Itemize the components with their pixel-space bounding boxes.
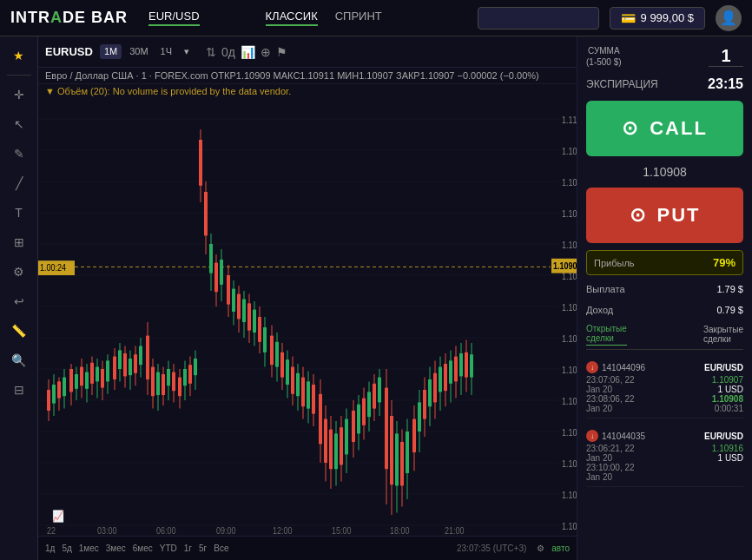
svg-rect-89 — [194, 359, 197, 375]
tools-icon[interactable]: ⚙ — [7, 260, 31, 284]
svg-rect-179 — [439, 367, 442, 392]
svg-rect-79 — [167, 369, 170, 385]
svg-rect-189 — [465, 352, 468, 378]
svg-rect-83 — [178, 378, 181, 397]
pair-label[interactable]: EUR/USD — [148, 10, 200, 26]
crosshair-icon[interactable]: ✛ — [7, 82, 31, 107]
tf-5d[interactable]: 5д — [62, 544, 71, 553]
add-indicator-icon[interactable]: ⊕ — [261, 45, 271, 59]
svg-rect-133 — [312, 385, 315, 414]
svg-rect-97 — [214, 263, 218, 293]
svg-rect-107 — [242, 300, 246, 322]
text-icon[interactable]: T — [7, 201, 31, 225]
settings-icon[interactable]: ⚙ — [537, 544, 544, 553]
svg-rect-95 — [209, 244, 213, 273]
svg-rect-185 — [454, 357, 458, 382]
svg-rect-165 — [400, 442, 404, 485]
back-icon[interactable]: ↩ — [7, 289, 31, 313]
payout-value: 1.79 $ — [716, 284, 743, 294]
fib-icon[interactable]: ⊞ — [7, 230, 31, 254]
balance-area: 💳 9 999,00 $ 👤 — [478, 5, 742, 31]
svg-rect-59 — [113, 357, 116, 379]
chart-area: EURUSD 1M 30M 1Ч ▾ ⇅ 0д 📊 ⊕ ⚑ Евро / Дол… — [38, 36, 577, 560]
tf-1h[interactable]: 1Ч — [156, 44, 176, 59]
trade-1-time1: 23:07:06, 22 — [586, 375, 635, 385]
svg-rect-171 — [418, 402, 421, 432]
svg-rect-167 — [406, 432, 409, 473]
auto-label[interactable]: авто — [551, 544, 570, 553]
pencil-icon[interactable]: ✎ — [7, 142, 31, 166]
chart-header: EURUSD 1M 30M 1Ч ▾ ⇅ 0д 📊 ⊕ ⚑ — [38, 36, 577, 68]
ohlc-icon[interactable]: 0д — [221, 45, 235, 59]
left-toolbar: ★ ✛ ↖ ✎ ╱ T ⊞ ⚙ ↩ 📏 🔍 ⊟ — [0, 36, 38, 560]
svg-rect-115 — [263, 327, 267, 352]
svg-text:1.10780: 1.10780 — [562, 458, 577, 469]
svg-text:1.10860: 1.10860 — [562, 333, 577, 344]
magnify-icon[interactable]: 🔍 — [7, 348, 31, 372]
tf-5y[interactable]: 5г — [199, 544, 207, 553]
svg-rect-135 — [319, 394, 322, 445]
amount-value[interactable]: 1 — [709, 46, 743, 67]
profit-section: Прибыль 79% — [586, 250, 743, 275]
candle-icon[interactable]: 📊 — [241, 45, 255, 59]
income-label: Доход — [586, 305, 613, 315]
flag-icon[interactable]: ⚑ — [276, 45, 287, 59]
svg-rect-85 — [183, 369, 187, 385]
tf-1m[interactable]: 1M — [100, 44, 122, 59]
trade-2-top: ↓ 141044035 EUR/USD — [586, 430, 743, 442]
svg-rect-147 — [352, 411, 355, 442]
tf-dropdown[interactable]: ▾ — [180, 44, 194, 59]
avatar[interactable]: 👤 — [716, 5, 742, 31]
trade-2-mid: 23:06:21, 22 Jan 20 23:10:00, 22 Jan 20 … — [586, 444, 743, 482]
open-trades-tab[interactable]: Открытыесделки — [586, 324, 627, 346]
expiry-label: ЭКСПИРАЦИЯ — [586, 78, 658, 90]
svg-rect-125 — [291, 367, 294, 394]
tf-1d[interactable]: 1д — [45, 544, 55, 553]
trade-2-times: 23:06:21, 22 Jan 20 23:10:00, 22 Jan 20 — [586, 444, 635, 482]
svg-rect-183 — [449, 360, 452, 383]
svg-rect-145 — [345, 419, 348, 455]
tf-ytd[interactable]: YTD — [160, 544, 177, 553]
svg-rect-65 — [129, 359, 132, 375]
tf-3m[interactable]: 3мес — [106, 544, 126, 553]
svg-rect-53 — [96, 367, 99, 382]
profit-label: Прибыль — [594, 258, 635, 268]
svg-text:1.10880: 1.10880 — [562, 302, 577, 313]
trade-1-pair: EUR/USD — [704, 363, 743, 372]
svg-rect-141 — [334, 433, 338, 469]
closed-trades-tab[interactable]: Закрытыесделки — [703, 325, 743, 346]
nav-sprint[interactable]: СПРИНТ — [335, 10, 382, 26]
trade-item-1: ↓ 141044096 EUR/USD 23:07:06, 22 Jan 20 … — [586, 357, 743, 418]
trade-1-duration: 0:00:31 — [712, 404, 743, 413]
svg-rect-71 — [146, 336, 149, 379]
compare-icon[interactable]: ⇅ — [206, 45, 216, 59]
svg-rect-57 — [106, 360, 109, 381]
tf-all[interactable]: Все — [214, 544, 228, 553]
chart-info-text: Евро / Доллар США · 1 · FOREX.com ОТКР1.… — [45, 70, 539, 81]
svg-text:1.10820: 1.10820 — [562, 396, 577, 406]
svg-rect-169 — [412, 419, 416, 452]
svg-rect-47 — [80, 367, 83, 386]
svg-rect-157 — [378, 378, 381, 403]
svg-text:15:00: 15:00 — [332, 525, 352, 536]
search-box[interactable] — [478, 7, 599, 30]
trade-2-date1: Jan 20 — [586, 453, 635, 463]
put-button[interactable]: ⊙ PUT — [586, 188, 743, 243]
nav-classic[interactable]: КЛАССИК — [266, 10, 318, 26]
layers-icon[interactable]: ⊟ — [7, 378, 31, 402]
current-price: 1.10908 — [586, 163, 743, 181]
cursor-icon[interactable]: ↖ — [7, 112, 31, 136]
call-button[interactable]: ⊙ CALL — [586, 101, 743, 156]
tf-30m[interactable]: 30M — [125, 44, 152, 59]
ruler-icon[interactable]: 📏 — [7, 319, 31, 343]
svg-rect-137 — [324, 419, 327, 463]
star-icon[interactable]: ★ — [7, 43, 31, 68]
line-icon[interactable]: ╱ — [7, 171, 31, 195]
expiry-value[interactable]: 23:15 — [708, 76, 743, 92]
tf-6m[interactable]: 6мес — [133, 544, 153, 553]
tf-1y[interactable]: 1г — [184, 544, 192, 553]
svg-text:18:00: 18:00 — [390, 525, 410, 536]
tf-1m[interactable]: 1мес — [79, 544, 99, 553]
trade-2-price1: 1.10916 — [712, 444, 743, 453]
chart-canvas[interactable]: 1.11000 1.10980 1.10960 1.10940 1.10920 … — [38, 98, 577, 536]
